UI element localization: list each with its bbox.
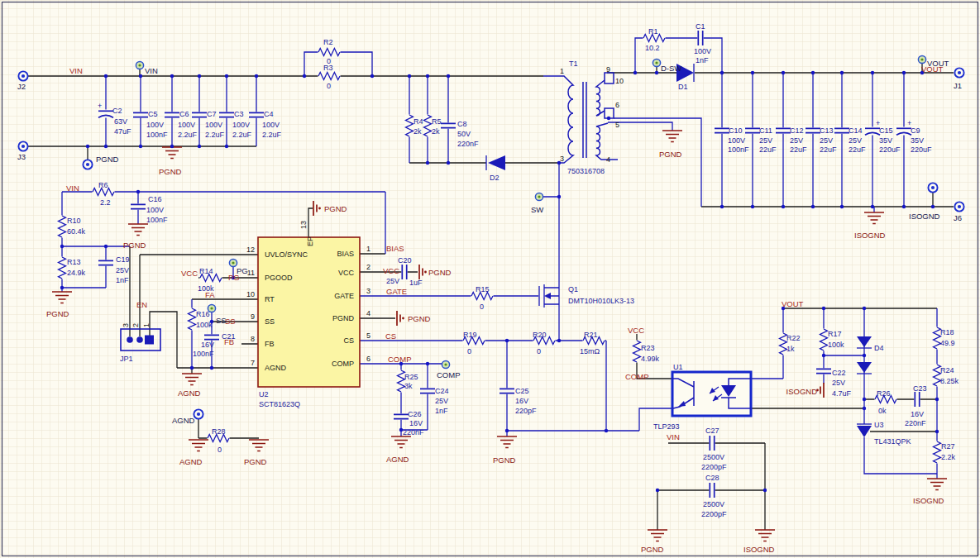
val-c8-v: 50V — [457, 130, 471, 138]
ref-r10: R10 — [67, 217, 81, 225]
gnd-label-pgnd-pin4: PGND — [408, 314, 431, 323]
capacitor-c10 — [714, 127, 730, 133]
net-label-fa: FA — [205, 290, 215, 299]
ref-r27: R27 — [941, 442, 955, 451]
port-dsw — [653, 59, 660, 66]
gnd-label-pgnd-r28: PGND — [244, 457, 267, 466]
capacitor-c23 — [914, 391, 920, 408]
pinname-rt: RT — [265, 295, 275, 303]
val-c16: 100nF — [146, 216, 168, 224]
val-c7-v: 100V — [205, 121, 222, 129]
ref-r14: R14 — [199, 267, 213, 275]
net-label-vin-bias: VIN — [66, 184, 79, 193]
ref-r24: R24 — [940, 366, 954, 374]
net-label-ss: SS — [225, 317, 236, 326]
val-r6: 2.2 — [100, 198, 111, 207]
gnd-label-isognd-bank: ISOGND — [854, 231, 886, 240]
val-c24: 1nF — [435, 407, 448, 415]
val-c9-v: 35V — [911, 136, 924, 145]
capacitor-c22 — [815, 368, 832, 374]
val-r1: 10.2 — [645, 44, 660, 52]
pinname-uvlo: UVLO/SYNC — [265, 250, 308, 259]
val-c28: 2200pF — [701, 510, 727, 518]
ref-c10: C10 — [729, 126, 743, 135]
pinname-agnd: AGND — [265, 364, 287, 372]
port-label-comp: COMP — [437, 370, 461, 379]
pin-t1-5: 5 — [615, 121, 619, 129]
net-label-vcc-r14: VCC — [181, 269, 198, 278]
optocoupler-u1[interactable] — [672, 372, 751, 416]
ref-r16: R16 — [196, 310, 210, 318]
val-c27-v: 2500V — [703, 453, 724, 461]
val-r27: 2.2k — [941, 453, 956, 461]
ref-q1: Q1 — [568, 285, 578, 293]
ref-r22: R22 — [786, 334, 801, 342]
ref-r15: R15 — [476, 285, 490, 293]
capacitor-c13 — [805, 127, 821, 133]
plus-c2: + — [98, 102, 102, 110]
ref-r2: R2 — [323, 38, 333, 46]
connector-j2 — [18, 71, 27, 80]
ref-c12: C12 — [790, 126, 804, 135]
val-c12-v: 25V — [790, 136, 803, 145]
capacitor-c1 — [697, 30, 703, 46]
val-t1: 750316708 — [567, 167, 605, 175]
resistor-r13 — [58, 257, 67, 279]
ref-c8: C8 — [457, 120, 467, 128]
port-label-dsw: D-SW — [661, 64, 681, 73]
gnd-label-pgnd-c16: PGND — [123, 241, 146, 250]
val-c24-v: 25V — [435, 397, 448, 405]
net-label-vin-input: VIN — [69, 66, 83, 75]
ref-r4: R4 — [414, 117, 423, 126]
val-c6: 2.2uF — [178, 131, 198, 139]
pin-t1-3: 3 — [560, 155, 564, 163]
net-label-vout-fb: VOUT — [782, 299, 804, 308]
port-label-vin: VIN — [145, 66, 158, 75]
gnd-label-isognd-c22: ISOGND — [786, 387, 818, 396]
ref-r3: R3 — [323, 64, 333, 72]
resistor-r5 — [423, 115, 433, 137]
pinname-ss: SS — [265, 317, 275, 326]
port-vout — [918, 55, 925, 63]
resistor-r3 — [318, 72, 341, 81]
ref-c3: C3 — [234, 110, 244, 118]
resistor-r27 — [933, 441, 942, 464]
capacitor-c19 — [98, 260, 114, 265]
val-r19: 0 — [467, 347, 471, 355]
net-label-comp: COMP — [388, 355, 412, 364]
ref-c16: C16 — [148, 195, 162, 203]
val-c4: 2.2uF — [262, 131, 282, 139]
gnd-label-agnd-rail: AGND — [178, 389, 201, 398]
pin-u2-4: 4 — [366, 309, 370, 317]
pinname-bias: BIAS — [337, 250, 354, 258]
val-c21: 100nF — [193, 350, 214, 358]
ref-r26: R26 — [877, 389, 891, 398]
gnd-label-pgnd-div: PGND — [46, 309, 69, 318]
ref-r18: R18 — [940, 328, 954, 336]
ref-c19: C19 — [116, 255, 130, 264]
val-c7: 2.2uF — [205, 131, 225, 139]
ref-c20: C20 — [398, 256, 412, 265]
pinname-comp: COMP — [332, 360, 354, 368]
net-label-comp-r23: COMP — [625, 372, 649, 381]
net-label-en: EN — [136, 300, 147, 309]
val-c28-v: 2500V — [703, 500, 724, 508]
pinname-vcc: VCC — [338, 269, 355, 277]
ref-u3: U3 — [874, 421, 884, 429]
val-c11-v: 25V — [759, 136, 772, 145]
conn-label-j1: J1 — [954, 81, 962, 90]
sheet-grid — [0, 0, 980, 558]
val-r21: 15mΩ — [580, 347, 600, 355]
ref-c1: C1 — [696, 22, 705, 31]
pin-u2-11: 11 — [247, 269, 255, 277]
val-c2-v: 63V — [114, 117, 127, 126]
pin-u2-12: 12 — [246, 246, 255, 254]
conn-label-j3: J3 — [17, 152, 26, 161]
val-c19-v: 25V — [116, 266, 129, 274]
ref-c14: C14 — [849, 126, 863, 135]
capacitor-c7 — [191, 112, 208, 117]
pin-u2-3: 3 — [366, 287, 370, 295]
ref-c26: C26 — [408, 410, 422, 418]
pin-u2-5: 5 — [366, 331, 370, 340]
net-label-vcc-r23: VCC — [628, 326, 644, 335]
